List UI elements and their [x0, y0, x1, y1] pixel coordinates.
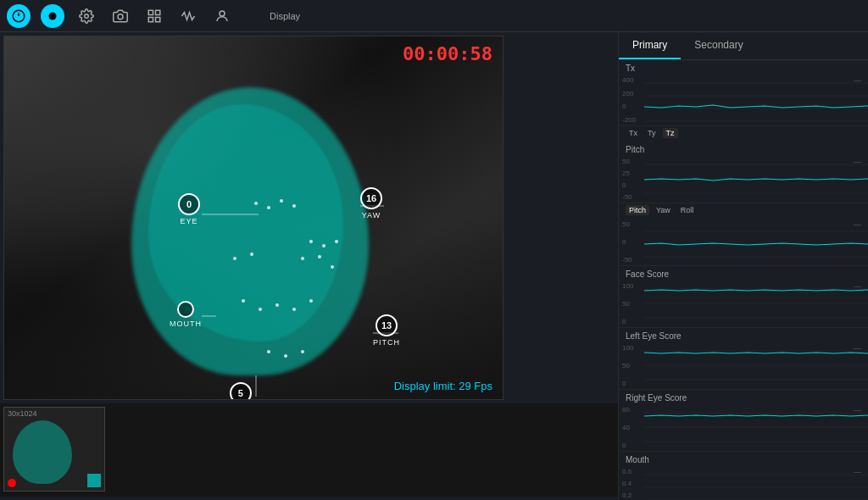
- pitch-circle: 13: [376, 314, 398, 336]
- left-panel: 00:00:58: [0, 32, 618, 500]
- subtab-tz[interactable]: Tz: [663, 128, 678, 138]
- left-eye-canvas: 100 50 0 —: [619, 342, 868, 389]
- tx-chart-area: [644, 75, 868, 125]
- tx-chart-canvas: 400 200 0 -200 —: [619, 75, 868, 125]
- pyr-chart-svg: [644, 219, 868, 265]
- pitch-label: 13 PITCH: [373, 314, 400, 347]
- mouth-canvas: 0.6 0.4 0.2 0 —: [619, 466, 868, 500]
- left-eye-svg: [644, 342, 868, 389]
- pitch-dash-label: —: [854, 158, 861, 166]
- tx-y-labels: 400 200 0 -200: [622, 75, 636, 125]
- pitch-chart-canvas: 50 25 0 -50 —: [619, 156, 868, 203]
- toolbar: Display: [0, 0, 868, 32]
- power-icon[interactable]: [7, 4, 31, 28]
- right-panel: Primary Secondary Tx 400 200 0 -200: [618, 32, 868, 500]
- yaw-label: 16 YAW: [360, 187, 382, 219]
- pitchyawroll-y-labels: 50 0 -50: [622, 219, 632, 265]
- svg-point-3: [85, 14, 89, 18]
- txtytz-subtabs: Tx Ty Tz: [619, 126, 868, 142]
- thumbnail-label: 30x1024: [8, 409, 37, 418]
- left-eye-y-labels: 100 50 0: [622, 342, 633, 389]
- right-eye-area: [644, 404, 868, 451]
- pyr-dash-label: —: [854, 220, 861, 229]
- camera-icon[interactable]: [108, 4, 132, 28]
- svg-point-4: [118, 14, 123, 19]
- video-area: 00:00:58: [3, 36, 504, 400]
- pitch-chart-svg: [644, 156, 868, 203]
- wave-icon[interactable]: [176, 4, 200, 28]
- svg-point-9: [220, 11, 225, 16]
- thumbnail-main[interactable]: 30x1024: [3, 407, 105, 492]
- mouth-area: [644, 466, 868, 500]
- fps-display: Display limit: 29 Fps: [394, 380, 492, 392]
- left-eye-section: Left Eye Score 100 50 0 —: [619, 328, 868, 390]
- grid-display-icon[interactable]: [142, 4, 166, 28]
- svg-rect-6: [156, 10, 160, 14]
- subtab-roll[interactable]: Roll: [677, 205, 698, 215]
- eye-label: 0 EYE: [178, 193, 200, 225]
- tx-chart-section: Tx 400 200 0 -200 —: [619, 60, 868, 126]
- tx-chart-svg: [644, 75, 868, 125]
- left-eye-dash: —: [854, 344, 861, 353]
- tx-dash-label: —: [854, 76, 861, 85]
- mouth-y-labels: 0.6 0.4 0.2 0: [622, 466, 632, 500]
- pitch-chart-title: Pitch: [619, 142, 868, 156]
- svg-rect-8: [148, 17, 153, 21]
- tab-primary[interactable]: Primary: [619, 32, 681, 59]
- roll-label: 5 ROLL: [229, 382, 253, 400]
- mouth-section: Mouth 0.6 0.4 0.2 0 —: [619, 452, 868, 500]
- tx-chart-title: Tx: [619, 60, 868, 75]
- main-content: 00:00:58: [0, 32, 868, 500]
- tab-secondary[interactable]: Secondary: [681, 32, 756, 59]
- face-dots: [4, 36, 503, 399]
- face-score-dash: —: [854, 282, 861, 291]
- right-eye-y-labels: 80 40 0: [622, 404, 630, 451]
- thumbnail-face: [13, 420, 72, 484]
- face-score-area: [644, 281, 868, 327]
- right-eye-section: Right Eye Score 80 40 0 —: [619, 390, 868, 452]
- mouth-label: MOUTH: [170, 301, 202, 328]
- face-score-section: Face Score 100 50 0 —: [619, 266, 868, 328]
- thumbnail-strip: 30x1024: [0, 403, 618, 497]
- person-icon[interactable]: [210, 4, 234, 28]
- pitch-y-labels: 50 25 0 -50: [622, 156, 632, 203]
- svg-rect-5: [148, 10, 153, 14]
- pitchyawroll-chart-canvas: 50 0 -50 —: [619, 219, 868, 265]
- mouth-dash: —: [854, 468, 861, 476]
- settings-icon[interactable]: [75, 4, 98, 28]
- thumbnail-record-indicator: [8, 479, 16, 487]
- roll-circle: 5: [230, 382, 252, 400]
- record-icon[interactable]: [41, 4, 64, 28]
- pitchyawroll-subtabs: Pitch Yaw Roll: [619, 203, 868, 219]
- pitch-chart-area: [644, 156, 868, 203]
- tab-bar: Primary Secondary: [619, 32, 868, 60]
- mouth-title: Mouth: [619, 452, 868, 466]
- right-eye-title: Right Eye Score: [619, 390, 868, 404]
- pitchyawroll-section: Pitch Yaw Roll 50 0 -50: [619, 203, 868, 266]
- face-score-y-labels: 100 50 0: [622, 281, 633, 327]
- mouth-svg: [644, 466, 868, 500]
- pitch-subtab-section: Tx Ty Tz Pitch 50 25 0 -50: [619, 126, 868, 203]
- pitchyawroll-chart-area: [644, 219, 868, 265]
- right-eye-svg: [644, 404, 868, 451]
- face-score-canvas: 100 50 0 —: [619, 281, 868, 327]
- svg-point-2: [49, 12, 57, 19]
- subtab-ty[interactable]: Ty: [644, 128, 659, 138]
- eye-circle: 0: [178, 193, 200, 215]
- face-score-title: Face Score: [619, 266, 868, 281]
- display-label: Display: [270, 11, 300, 21]
- mouth-circle: [177, 301, 194, 318]
- left-eye-area: [644, 342, 868, 389]
- subtab-pitch[interactable]: Pitch: [626, 205, 649, 215]
- subtab-tx[interactable]: Tx: [626, 128, 641, 138]
- right-eye-dash: —: [854, 406, 861, 414]
- svg-rect-7: [156, 17, 160, 21]
- subtab-yaw[interactable]: Yaw: [653, 205, 674, 215]
- left-eye-title: Left Eye Score: [619, 328, 868, 342]
- right-eye-canvas: 80 40 0 —: [619, 404, 868, 451]
- face-score-svg: [644, 281, 868, 327]
- yaw-circle: 16: [360, 187, 382, 209]
